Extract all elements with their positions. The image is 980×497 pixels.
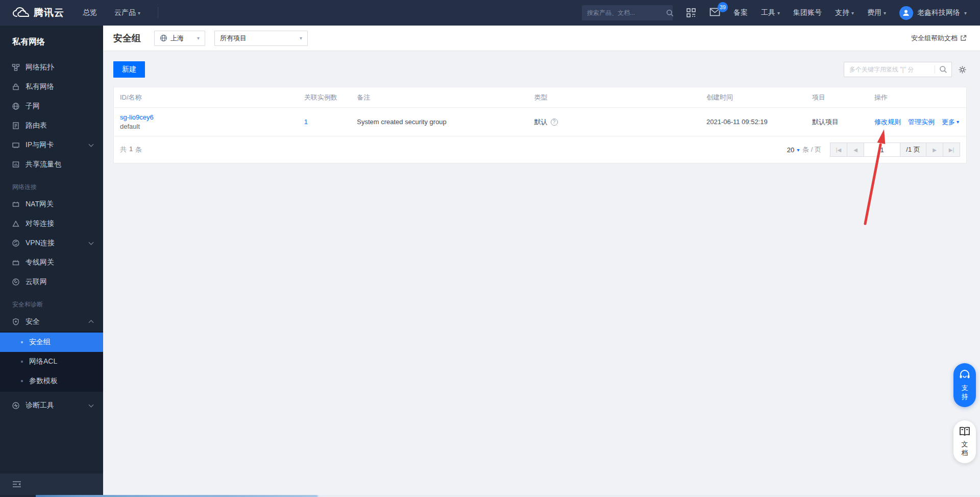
caret-down-icon: ▾: [884, 10, 886, 16]
toolbar: 新建: [113, 61, 967, 78]
topbar: 腾讯云 总览 云产品▾ 39 备案: [0, 0, 980, 26]
project-filter-selector[interactable]: 所有项目 ▾: [214, 31, 308, 46]
qr-scan-icon[interactable]: [686, 8, 696, 18]
col-header-created: 创建时间: [700, 93, 806, 102]
tencent-cloud-logo[interactable]: 腾讯云: [12, 6, 64, 19]
search-icon[interactable]: [666, 9, 674, 17]
brand-name: 腾讯云: [34, 6, 64, 19]
sidebar-item-peering[interactable]: 对等连接: [0, 214, 103, 233]
account-menu[interactable]: 老鑫科技网络 ▾: [899, 6, 967, 20]
page-size-selector[interactable]: 20▾: [787, 146, 800, 154]
caret-down-icon: ▾: [300, 35, 302, 41]
col-header-project: 项目: [806, 93, 868, 102]
table-search[interactable]: [844, 62, 952, 77]
sidebar-item-vpc[interactable]: 私有网络: [0, 77, 103, 97]
sg-project: 默认项目: [806, 117, 868, 127]
current-page-input[interactable]: 1: [864, 143, 900, 157]
support-label: 支持: [961, 384, 969, 401]
sidebar-item-security-group[interactable]: 安全组: [0, 333, 103, 352]
sidebar-section-security-diagnosis: 安全和诊断: [0, 297, 103, 312]
sidebar-item-network-acl[interactable]: 网络ACL: [0, 352, 103, 371]
next-page-button[interactable]: ▶: [926, 143, 943, 157]
cloud-logo-icon: [12, 7, 30, 19]
cloud-network-icon: [12, 278, 20, 286]
help-doc-link[interactable]: 安全组帮助文档: [911, 34, 967, 43]
table-search-input[interactable]: [849, 66, 935, 73]
bullet-icon: [21, 341, 23, 343]
avatar: [899, 6, 913, 20]
more-actions-link[interactable]: 更多▾: [942, 117, 959, 127]
column-settings-gear-icon[interactable]: [958, 65, 967, 74]
sidebar-item-diagnostic-tools[interactable]: 诊断工具: [0, 396, 103, 415]
vpn-icon: [12, 239, 20, 247]
triangle-icon: [12, 220, 20, 228]
region-selector[interactable]: 上海 ▾: [154, 31, 205, 46]
last-page-button[interactable]: ▶|: [943, 143, 960, 157]
col-header-instances: 关联实例数: [298, 93, 351, 102]
project-filter-value: 所有项目: [220, 34, 247, 43]
app-window: 腾讯云 总览 云产品▾ 39 备案: [0, 0, 980, 497]
globe-icon: [12, 102, 20, 110]
sidebar-item-topology[interactable]: 网络拓扑: [0, 58, 103, 77]
sidebar-item-param-template[interactable]: 参数模板: [0, 371, 103, 391]
col-header-actions: 操作: [868, 93, 966, 102]
total-count: 共1条: [120, 145, 142, 154]
page-header: 安全组 上海 ▾ 所有项目 ▾ 安全组帮助文档: [103, 26, 980, 51]
create-button[interactable]: 新建: [113, 61, 145, 78]
topbar-divider: [158, 7, 158, 18]
region-value: 上海: [170, 34, 184, 43]
caret-down-icon: ▾: [964, 10, 967, 16]
external-link-icon: [960, 35, 967, 41]
sidebar-collapse-button[interactable]: [0, 474, 103, 495]
caret-down-icon: ▾: [197, 35, 200, 41]
sidebar-item-route-table[interactable]: 路由表: [0, 116, 103, 135]
sidebar-item-subnet[interactable]: 子网: [0, 97, 103, 116]
nav-cloud-products[interactable]: 云产品▾: [114, 8, 140, 17]
search-icon[interactable]: [935, 65, 947, 74]
nav-support[interactable]: 支持▾: [835, 8, 854, 17]
instance-count-link[interactable]: 1: [304, 118, 308, 126]
username: 老鑫科技网络: [917, 8, 960, 17]
sidebar-item-ccn[interactable]: 云联网: [0, 272, 103, 292]
nav-group-account[interactable]: 集团账号: [793, 8, 822, 17]
sidebar-item-vpn[interactable]: VPN连接: [0, 233, 103, 253]
taskbar-edge: [0, 495, 980, 497]
nav-overview[interactable]: 总览: [83, 8, 97, 17]
topbar-search-input[interactable]: [587, 9, 666, 16]
messages-button[interactable]: 39: [709, 8, 720, 18]
nav-billing[interactable]: 费用▾: [867, 8, 886, 17]
sg-remark: System created security group: [351, 118, 528, 126]
prev-page-button[interactable]: ◀: [847, 143, 864, 157]
first-page-button[interactable]: |◀: [830, 143, 847, 157]
sidebar-title: 私有网络: [0, 26, 103, 58]
caret-down-icon: ▾: [777, 10, 780, 16]
caret-down-icon: ▾: [957, 119, 959, 125]
lock-icon: [12, 83, 20, 91]
support-float-button[interactable]: 支持: [953, 363, 976, 407]
caret-down-icon: ▾: [797, 147, 799, 153]
topology-icon: [12, 63, 20, 72]
sidebar-item-ip-nic[interactable]: IP与网卡: [0, 135, 103, 155]
bullet-icon: [21, 361, 23, 363]
nav-beian[interactable]: 备案: [733, 8, 748, 17]
sg-created-at: 2021-06-11 09:52:19: [700, 118, 806, 126]
manage-instances-link[interactable]: 管理实例: [908, 117, 935, 127]
shield-icon: [12, 318, 20, 326]
sidebar-item-direct-connect[interactable]: 专线网关: [0, 253, 103, 272]
book-icon: [959, 427, 971, 437]
bullet-icon: [21, 380, 23, 382]
sidebar-item-shared-bandwidth[interactable]: 共享流量包: [0, 155, 103, 174]
caret-down-icon: ▾: [138, 10, 140, 16]
chevron-down-icon: [89, 142, 94, 147]
help-question-icon[interactable]: ?: [551, 119, 558, 126]
nav-tools[interactable]: 工具▾: [761, 8, 780, 17]
edit-rules-link[interactable]: 修改规则: [874, 117, 901, 127]
sidebar-item-security[interactable]: 安全: [0, 312, 103, 332]
sg-name: default: [120, 123, 292, 130]
sg-id-link[interactable]: sg-lio9cey6: [120, 113, 154, 121]
sidebar-item-nat-gateway[interactable]: NAT网关: [0, 195, 103, 214]
docs-float-button[interactable]: 文档: [953, 420, 976, 463]
message-count-badge: 39: [718, 2, 728, 12]
caret-down-icon: ▾: [851, 10, 854, 16]
topbar-search[interactable]: [582, 5, 673, 20]
